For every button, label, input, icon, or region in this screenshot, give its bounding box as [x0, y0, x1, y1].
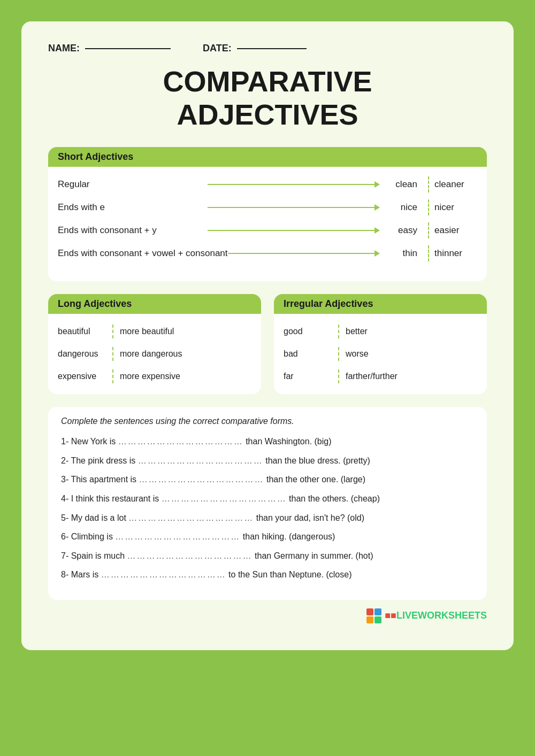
adj-comparative: better [346, 327, 368, 336]
arrow-line [208, 181, 376, 188]
adj-word: expensive [58, 372, 106, 381]
adj-label: Ends with consonant + y [58, 225, 208, 236]
list-item: far farther/further [284, 365, 477, 388]
adj-comparative: more expensive [120, 372, 180, 381]
adj-word: far [284, 372, 332, 381]
brand-text: ■■LIVEWORKSHEETS [385, 610, 487, 621]
list-item: expensive more expensive [58, 365, 251, 388]
page-title: COMPARATIVE ADJECTIVES [48, 65, 487, 131]
date-label: DATE: [203, 43, 232, 54]
logo-sq-blue [374, 608, 381, 615]
list-item: beautiful more beautiful [58, 320, 251, 343]
logo-sq-yellow [366, 616, 373, 623]
dots: ………………………………… [138, 456, 263, 465]
divider [112, 369, 113, 383]
dots: ………………………………… [118, 437, 243, 446]
liveworksheets-logo: ■■LIVEWORKSHEETS [366, 608, 487, 623]
adj-word: nice [385, 202, 417, 213]
divider [112, 325, 113, 338]
short-adjectives-box: Short Adjectives Regular clean cleaner E… [48, 147, 487, 281]
footer: ■■LIVEWORKSHEETS [48, 608, 487, 623]
adj-comparative: worse [346, 349, 369, 359]
dots: ………………………………… [162, 494, 287, 503]
divider [338, 347, 339, 361]
exercise-item: 7- Spain is much ………………………………… than Germ… [61, 549, 474, 563]
exercise-item: 5- My dad is a lot ………………………………… than yo… [61, 511, 474, 525]
adj-word: clean [385, 179, 417, 190]
adj-comparative: nicer [434, 202, 477, 213]
divider [112, 347, 113, 361]
dots: ………………………………… [115, 532, 240, 541]
table-row: Ends with consonant + vowel + consonant … [58, 242, 477, 265]
irregular-adjectives-list: good better bad worse far farther/furthe… [274, 314, 487, 394]
adj-word: dangerous [58, 349, 106, 359]
adj-comparative: easier [434, 225, 477, 236]
adj-word: beautiful [58, 327, 106, 336]
adj-comparative: cleaner [434, 179, 477, 190]
adj-word: easy [385, 225, 417, 236]
dots: ………………………………… [128, 513, 254, 522]
divider [428, 245, 429, 261]
adj-comparative: farther/further [346, 372, 398, 381]
arrow-line [208, 227, 376, 234]
adj-label: Ends with consonant + vowel + consonant [58, 248, 228, 259]
adj-word: thin [385, 248, 417, 259]
logo-squares [366, 608, 381, 623]
table-row: Regular clean cleaner [58, 173, 477, 196]
name-label: NAME: [48, 43, 80, 54]
adj-comparative: more beautiful [120, 327, 174, 336]
table-row: Ends with consonant + y easy easier [58, 219, 477, 242]
table-row: Ends with e nice nicer [58, 196, 477, 219]
divider [428, 199, 429, 215]
adj-label: Regular [58, 179, 208, 190]
dots: ………………………………… [127, 551, 253, 560]
exercise-item: 8- Mars is ………………………………… to the Sun than… [61, 568, 474, 582]
list-item: good better [284, 320, 477, 343]
dots: ………………………………… [101, 570, 226, 579]
exercise-instruction: Complete the sentences using the correct… [61, 416, 474, 426]
date-line [237, 48, 307, 49]
logo-sq-red [366, 608, 373, 615]
divider [338, 369, 339, 383]
divider [428, 222, 429, 238]
exercise-item: 2- The pink dress is ………………………………… than … [61, 454, 474, 468]
list-item: bad worse [284, 343, 477, 365]
name-field: NAME: [48, 43, 171, 54]
divider [428, 176, 429, 192]
page: NAME: DATE: COMPARATIVE ADJECTIVES Short… [21, 21, 514, 650]
long-adjectives-box: Long Adjectives beautiful more beautiful… [48, 294, 261, 394]
exercise-item: 4- I think this restaurant is …………………………… [61, 492, 474, 506]
bottom-boxes: Long Adjectives beautiful more beautiful… [48, 294, 487, 394]
name-line [85, 48, 171, 49]
arrow-line [228, 250, 376, 257]
long-adjectives-header: Long Adjectives [48, 294, 261, 314]
list-item: dangerous more dangerous [58, 343, 251, 365]
date-field: DATE: [203, 43, 307, 54]
long-adjectives-list: beautiful more beautiful dangerous more … [48, 314, 261, 394]
logo-sq-green [374, 616, 381, 623]
divider [338, 325, 339, 338]
adj-comparative: thinner [434, 248, 477, 259]
exercise-item: 3- This apartment is ………………………………… than … [61, 473, 474, 487]
short-adjectives-header: Short Adjectives [48, 147, 487, 167]
adj-comparative: more dangerous [120, 349, 182, 359]
adj-word: good [284, 327, 332, 336]
exercise-item: 6- Climbing is ………………………………… than hiking… [61, 530, 474, 544]
dots: ………………………………… [139, 475, 264, 484]
arrow-line [208, 204, 376, 211]
exercise-box: Complete the sentences using the correct… [48, 407, 487, 600]
irregular-adjectives-header: Irregular Adjectives [274, 294, 487, 314]
irregular-adjectives-box: Irregular Adjectives good better bad wor… [274, 294, 487, 394]
adj-word: bad [284, 349, 332, 359]
exercise-item: 1- New York is ………………………………… than Washin… [61, 435, 474, 449]
header-fields: NAME: DATE: [48, 43, 487, 54]
adj-label: Ends with e [58, 202, 208, 213]
short-adjectives-table: Regular clean cleaner Ends with e nice n… [48, 167, 487, 272]
